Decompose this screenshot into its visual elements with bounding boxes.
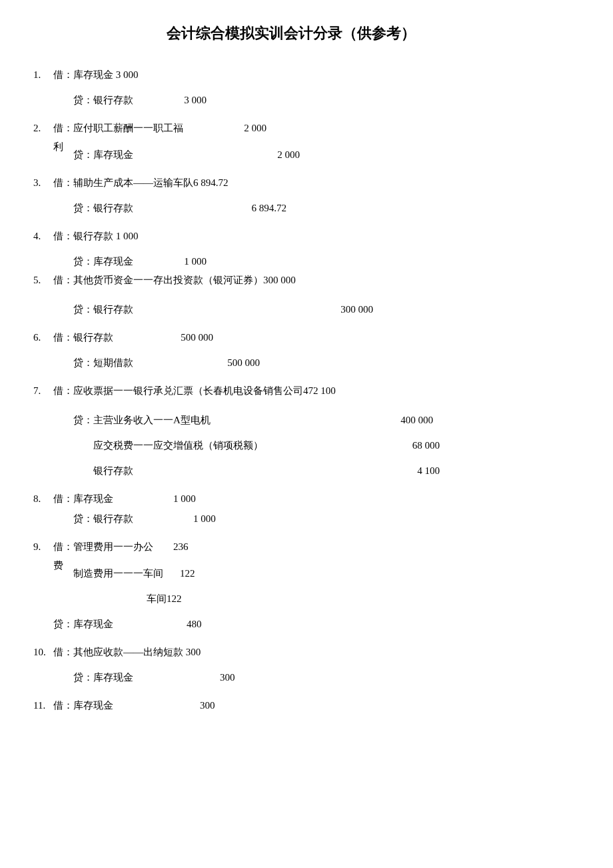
page-title: 会计综合模拟实训会计分录（供参考） [167,20,446,47]
entry-num: 1. [33,67,53,83]
credit-amount: 6 894.72 [220,200,287,216]
debit-line: 借：库存现金 [53,491,173,507]
credit-line-1: 贷：主营业务收入一一A型电机 [73,412,366,428]
debit-line: 借：应收票据一一银行承兑汇票（长春机电设备销售公司472 100 [53,383,336,399]
debit-note: 利 [53,141,63,152]
entry-num: 11. [33,697,53,713]
debit-line: 借：银行存款 [53,329,160,345]
credit-line: 贷：库存现金 [73,253,153,269]
debit-line: 借：银行存款 1 000 [53,228,139,244]
debit-line: 借：应付职工薪酬一一职工福 [53,120,213,136]
debit-line: 借：其他应收款——出纳短款 300 [53,644,201,660]
entry-5: 5. 借：其他货币资金一一存出投资款（银河证券）300 000 贷：银行存款 3… [33,272,580,317]
entry-6: 6. 借：银行存款 500 000 贷：短期借款 500 000 [33,329,580,371]
entry-num: 2. [33,120,53,136]
credit-amount-1: 400 000 [366,412,433,428]
credit-line: 贷：银行存款 [73,301,306,317]
debit-line: 借：库存现金 3 000 [53,67,139,83]
credit-line: 贷：库存现金 [53,616,187,632]
entry-num: 6. [33,329,53,345]
credit-line-3: 银行存款 [93,463,360,479]
entry-num: 9. [33,539,53,555]
debit-line: 借：库存现金 [53,697,200,713]
credit-amount-3: 4 100 [360,463,440,479]
credit-line: 贷：银行存款 [73,511,193,527]
credit-amount: 300 [220,669,235,685]
entry-9: 9. 借：管理费用一一办公 236 费 制造费用一一一车间 122 车间 122… [33,539,580,632]
debit-amount-3: 122 [167,591,182,607]
credit-line-2: 应交税费一一应交增值税（销项税额） [93,437,360,453]
entry-num: 8. [33,491,53,507]
entry-2: 2. 借：应付职工薪酬一一职工福 2 000 利 贷：库存现金 2 000 [33,120,580,163]
debit-note: 费 [53,560,63,571]
debit-amount: 2 000 [213,120,267,136]
entry-8: 8. 借：库存现金 1 000 贷：银行存款 1 000 [33,491,580,527]
entry-num: 5. [33,272,53,288]
credit-amount: 300 000 [306,301,373,317]
entry-num: 3. [33,175,53,191]
entry-num: 4. [33,228,53,244]
entry-num: 7. [33,383,53,399]
credit-line: 贷：银行存款 [73,200,220,216]
credit-line: 贷：短期借款 [73,355,193,371]
credit-amount-2: 68 000 [360,437,440,453]
debit-amount: 300 [200,697,215,713]
credit-amount: 480 [187,616,202,632]
entry-3: 3. 借：辅助生产成本——运输车队6 894.72 贷：银行存款 6 894.7… [33,175,580,216]
debit-amount: 1 000 [173,491,196,507]
entry-4: 4. 借：银行存款 1 000 贷：库存现金 1 000 [33,228,580,269]
entry-1: 1. 借：库存现金 3 000 贷：银行存款 3 000 [33,67,580,108]
credit-amount: 1 000 [153,253,207,269]
entry-10: 10. 借：其他应收款——出纳短款 300 贷：库存现金 300 [33,644,580,685]
credit-line: 贷：银行存款 [73,92,153,108]
debit-amount: 236 [173,539,189,555]
entry-11: 11. 借：库存现金 300 [33,697,580,713]
credit-amount: 500 000 [193,355,260,371]
debit-line: 借：管理费用一一办公 [53,539,173,555]
debit-line: 借：其他货币资金一一存出投资款（银河证券）300 000 [53,272,296,288]
credit-amount: 3 000 [153,92,207,108]
debit-line: 借：辅助生产成本——运输车队6 894.72 [53,175,229,191]
debit-line-3: 车间 [147,591,167,607]
credit-line: 贷：库存现金 [73,669,220,685]
entry-num: 10. [33,644,53,660]
debit-amount: 500 000 [160,329,213,345]
entry-7: 7. 借：应收票据一一银行承兑汇票（长春机电设备销售公司472 100 贷：主营… [33,383,580,479]
credit-amount: 1 000 [193,511,216,527]
